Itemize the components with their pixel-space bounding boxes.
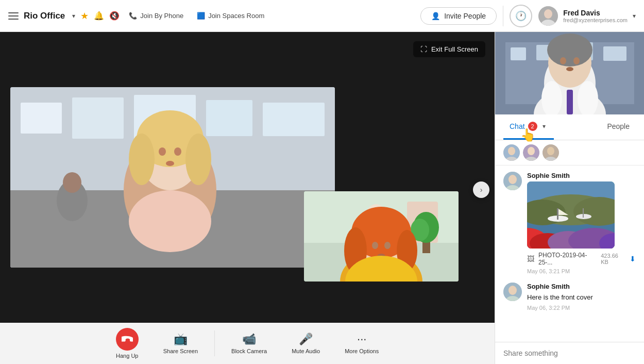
svg-rect-42: [511, 47, 526, 60]
svg-point-49: [547, 34, 592, 67]
svg-rect-53: [567, 90, 573, 114]
exit-fullscreen-button[interactable]: ⛶ Exit Full Screen: [413, 41, 485, 57]
svg-point-19: [129, 190, 211, 252]
join-phone-button[interactable]: 📞 Join By Phone: [125, 10, 188, 22]
svg-point-52: [566, 67, 573, 71]
more-options-icon: ···: [357, 333, 366, 346]
remote-video-preview: [495, 32, 644, 114]
join-spaces-button[interactable]: 🟦 Join Spaces Room: [193, 10, 268, 22]
invite-people-button[interactable]: 👤 Invite People: [420, 7, 497, 25]
chat-area[interactable]: Sophie Smith: [495, 166, 644, 342]
header-center: 👤 Invite People 🕐: [420, 5, 532, 27]
svg-rect-5: [21, 103, 62, 134]
more-options-button[interactable]: ··· More Options: [332, 328, 391, 358]
hang-up-button[interactable]: Hang Up: [104, 324, 151, 363]
user-chevron-icon[interactable]: ▾: [633, 12, 636, 20]
app-name: Rio Office: [24, 11, 65, 21]
tab-chat[interactable]: Chat 2 ▾: [503, 114, 554, 140]
participant-thumb-2: [523, 144, 539, 161]
svg-rect-78: [583, 208, 584, 218]
phone-icon: 📞: [129, 12, 137, 20]
clock-icon: 🕐: [515, 10, 527, 22]
video-area: ⛶ Exit Full Screen: [0, 32, 495, 364]
camera-icon: 📹: [242, 333, 256, 346]
user-info: Fred Davis fred@xyzenterprises.com: [563, 9, 628, 23]
share-screen-button[interactable]: 📺 Share Screen: [151, 328, 210, 358]
spaces-icon: 🟦: [197, 12, 205, 20]
hang-up-icon: [116, 328, 139, 351]
svg-point-14: [129, 134, 155, 185]
svg-rect-8: [206, 100, 252, 136]
share-screen-icon: 📺: [174, 333, 188, 346]
chat-message-2: Sophie Smith Here is the front cover May…: [503, 283, 636, 311]
svg-point-1: [544, 9, 552, 19]
video-background-1: [10, 87, 335, 268]
chat-content-2: Sophie Smith Here is the front cover May…: [527, 283, 636, 311]
svg-point-63: [547, 147, 554, 155]
chat-message-1: Sophie Smith: [503, 172, 636, 274]
video-tile-secondary: [304, 191, 459, 282]
svg-point-34: [372, 242, 378, 249]
header-left: Rio Office ▾ ★ 🔔 🔇 📞 Join By Phone 🟦 Joi…: [8, 10, 420, 22]
mic-off-icon: 🔇: [109, 11, 120, 21]
video-grid: [0, 32, 495, 323]
svg-point-21: [63, 172, 81, 193]
svg-point-16: [159, 147, 166, 156]
user-email: fred@xyzenterprises.com: [563, 17, 628, 23]
chevron-down-icon[interactable]: ▾: [72, 12, 75, 20]
bell-icon[interactable]: 🔔: [94, 11, 104, 21]
star-icon[interactable]: ★: [80, 10, 89, 22]
chat-file: 🖼 PHOTO-2019-04-25-... 423.66 KB ⬇: [527, 252, 636, 266]
avatar: [538, 6, 558, 26]
participant-thumb-1: [503, 144, 520, 161]
header-divider: [503, 6, 503, 26]
tab-people[interactable]: People: [601, 116, 636, 138]
svg-point-51: [573, 57, 580, 64]
chat-time-2: May 06, 3:22 PM: [527, 305, 636, 311]
controls-bar: Hang Up 📺 Share Screen 📹 Block Camera 🎤 …: [0, 323, 495, 364]
svg-point-15: [185, 134, 211, 185]
chat-sender-2: Sophie Smith: [527, 283, 636, 290]
chat-image[interactable]: [527, 181, 615, 249]
file-icon: 🖼: [527, 255, 534, 263]
participants-row: [495, 140, 644, 166]
exit-fullscreen-icon: ⛶: [420, 45, 427, 53]
right-panel: Chat 2 ▾ People: [495, 32, 644, 364]
svg-rect-9: [263, 103, 325, 136]
svg-point-57: [508, 147, 515, 155]
arrow-icon: ›: [480, 186, 483, 194]
filename: PHOTO-2019-04-25-...: [538, 252, 597, 266]
share-input-area: [495, 342, 644, 364]
svg-point-85: [509, 286, 517, 295]
chat-text: Here is the front cover: [527, 292, 636, 303]
video-background-2: [304, 191, 459, 282]
download-icon[interactable]: ⬇: [630, 255, 636, 263]
tab-chat-dropdown-icon[interactable]: ▾: [540, 121, 548, 132]
chat-tabs: Chat 2 ▾ People: [495, 114, 644, 140]
controls-divider: [214, 330, 215, 356]
chat-time-1: May 06, 3:21 PM: [527, 268, 636, 274]
mute-audio-icon: 🎤: [299, 333, 313, 346]
svg-point-18: [166, 161, 174, 166]
svg-point-66: [509, 175, 517, 184]
svg-point-50: [560, 57, 566, 64]
chat-badge: 2: [528, 122, 537, 131]
menu-icon[interactable]: [8, 11, 19, 21]
svg-rect-45: [603, 46, 626, 61]
svg-rect-75: [557, 208, 558, 220]
chat-content-1: Sophie Smith: [527, 172, 636, 274]
svg-point-60: [528, 147, 535, 155]
participant-thumb-3: [543, 144, 559, 161]
main-layout: ⛶ Exit Full Screen: [0, 32, 644, 364]
filesize: 423.66 KB: [601, 253, 625, 265]
nav-arrow[interactable]: ›: [473, 181, 489, 198]
mute-audio-button[interactable]: 🎤 Mute Audio: [279, 328, 332, 358]
header-right: Fred Davis fred@xyzenterprises.com ▾: [538, 6, 636, 26]
block-camera-button[interactable]: 📹 Block Camera: [219, 328, 279, 358]
svg-point-35: [384, 242, 391, 249]
share-input[interactable]: [503, 349, 636, 357]
header: Rio Office ▾ ★ 🔔 🔇 📞 Join By Phone 🟦 Joi…: [0, 0, 644, 32]
user-name: Fred Davis: [563, 9, 628, 17]
svg-rect-6: [72, 97, 124, 139]
clock-button[interactable]: 🕐: [510, 5, 532, 27]
